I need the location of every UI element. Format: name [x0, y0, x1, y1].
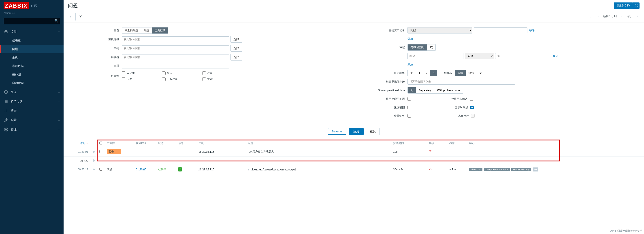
- sev-info-checkbox[interactable]: 信息: [122, 77, 155, 81]
- inventory-add-link[interactable]: 添加: [408, 37, 413, 41]
- view-history-button[interactable]: 历史记录: [152, 27, 168, 33]
- tag-badge[interactable]: scope: security: [511, 168, 531, 171]
- ack-link[interactable]: 不: [429, 150, 432, 153]
- col-host[interactable]: 主机: [196, 139, 246, 147]
- nav-admin[interactable]: 管理 ⌄: [0, 125, 64, 134]
- reset-button[interactable]: 重设: [366, 128, 380, 135]
- nav-maps[interactable]: 拓扑图: [0, 70, 64, 79]
- nav-inventory[interactable]: 资产记录 ⌄: [0, 97, 64, 106]
- nav-reports[interactable]: 报表 ⌄: [0, 106, 64, 116]
- main-content: 问题 导出到CSV ‹ ⌄ › 还剩 1 小时 ‹ 缩小 ›: [64, 0, 644, 234]
- more-tags-icon[interactable]: •••: [533, 167, 538, 171]
- filter-unack-label: 仅显示未确认: [451, 97, 468, 101]
- showtags-3-button[interactable]: 3: [430, 70, 437, 76]
- col-severity[interactable]: 严重性: [104, 139, 134, 147]
- time-expand-icon[interactable]: ⌄: [588, 14, 594, 19]
- prev-tab-icon[interactable]: ‹: [68, 14, 73, 19]
- hostgroup-select-button[interactable]: 选择: [230, 36, 242, 43]
- trigger-input[interactable]: [122, 54, 229, 60]
- collapse-icon[interactable]: «: [31, 4, 32, 7]
- host-select-button[interactable]: 选择: [230, 45, 242, 52]
- sev-warning-checkbox[interactable]: 警告: [162, 71, 196, 75]
- col-problem[interactable]: 问题: [246, 139, 391, 147]
- sev-high-checkbox[interactable]: 严重: [202, 71, 236, 75]
- opdata-with-button[interactable]: With problem name: [434, 87, 463, 93]
- select-all-checkbox[interactable]: [99, 141, 102, 144]
- tagpriority-input[interactable]: [408, 79, 515, 85]
- sev-average-checkbox[interactable]: 一般严重: [162, 77, 196, 81]
- tag-name-input[interactable]: [408, 53, 464, 59]
- nav-config[interactable]: 配置 ⌄: [0, 116, 64, 125]
- nav-dashboards[interactable]: 仪表板: [0, 36, 64, 45]
- showtags-2-button[interactable]: 2: [423, 70, 430, 76]
- showtags-1-button[interactable]: 1: [416, 70, 423, 76]
- nav-discovery[interactable]: 自动发现: [0, 79, 64, 87]
- inventory-value-input[interactable]: [474, 27, 528, 33]
- nav-hosts[interactable]: 主机: [0, 53, 64, 62]
- row-time[interactable]: 00:55:17: [64, 165, 90, 174]
- sev-disaster-checkbox[interactable]: 灾难: [202, 77, 236, 81]
- nav-services[interactable]: 服务 ⌄: [0, 87, 64, 97]
- fullscreen-button[interactable]: [633, 2, 640, 9]
- host-link[interactable]: 16.32.15.115: [198, 150, 214, 153]
- tagname-none-button[interactable]: 无: [477, 70, 485, 76]
- export-csv-button[interactable]: 导出到CSV: [614, 2, 633, 9]
- col-time[interactable]: 时间 ▼: [64, 139, 90, 147]
- trigger-select-button[interactable]: 选择: [230, 54, 242, 61]
- hostgroup-input[interactable]: [122, 36, 229, 42]
- info-badge-icon[interactable]: i: [178, 167, 182, 171]
- tag-badge[interactable]: class: os: [469, 168, 482, 171]
- suppressed-checkbox[interactable]: [408, 97, 411, 101]
- filter-details-label: 查看细节: [358, 114, 408, 118]
- tag-andor-button[interactable]: 与/或 (默认): [408, 44, 428, 50]
- save-as-button[interactable]: Save as: [328, 128, 346, 135]
- tag-remove-link[interactable]: 移除: [553, 54, 558, 58]
- details-checkbox[interactable]: [408, 114, 411, 118]
- filter-tab[interactable]: [76, 13, 86, 20]
- row-time[interactable]: 01:31:01: [64, 147, 90, 156]
- tagname-full-button[interactable]: 填满: [455, 70, 466, 76]
- host-link[interactable]: 16.32.15.115: [198, 168, 214, 171]
- time-forward-icon[interactable]: ›: [635, 14, 640, 19]
- tag-add-link[interactable]: 添加: [408, 63, 413, 67]
- row-checkbox[interactable]: [99, 168, 102, 171]
- unack-checkbox[interactable]: [470, 97, 473, 101]
- ack-link[interactable]: 不: [429, 168, 432, 171]
- nav-latest-data[interactable]: 最新数据: [0, 62, 64, 70]
- problem-link[interactable]: root用户存在异地登入: [248, 150, 274, 153]
- inventory-type-select[interactable]: 类型: [408, 27, 472, 33]
- col-status[interactable]: 状态: [156, 139, 176, 147]
- popout-icon[interactable]: ⇱: [34, 4, 37, 7]
- tagname-short-button[interactable]: 缩短: [466, 70, 477, 76]
- highlight-checkbox[interactable]: [471, 114, 474, 118]
- inventory-remove-link[interactable]: 移除: [529, 29, 534, 32]
- problem-input[interactable]: [122, 63, 229, 69]
- view-recent-button[interactable]: 最近的问题: [122, 27, 141, 33]
- nav-monitoring[interactable]: 监测 ⌃: [0, 27, 64, 36]
- sev-notclassified-checkbox[interactable]: 未分类: [122, 71, 155, 75]
- time-prev-icon[interactable]: ‹: [620, 14, 624, 19]
- opdata-sep-button[interactable]: Separately: [416, 87, 434, 93]
- time-next-icon[interactable]: ›: [596, 14, 600, 19]
- problem-link[interactable]: Linux: /etc/passwd has been changed: [250, 168, 296, 171]
- view-problems-button[interactable]: 问题: [141, 27, 152, 33]
- compact-checkbox[interactable]: [408, 106, 411, 109]
- opdata-none-button[interactable]: 无: [408, 87, 416, 93]
- nav-problems[interactable]: 问题: [0, 45, 64, 53]
- apply-button[interactable]: 应用: [349, 128, 364, 135]
- search-icon[interactable]: 🔍: [54, 19, 58, 22]
- zoom-out-button[interactable]: 缩小: [626, 14, 633, 18]
- col-recovery[interactable]: 恢复时间: [134, 139, 156, 147]
- action-count-icon[interactable]: →1•••: [449, 168, 456, 171]
- tag-op-select[interactable]: 包含: [465, 53, 494, 59]
- row-checkbox[interactable]: [99, 150, 102, 153]
- showtags-none-button[interactable]: 无: [408, 70, 416, 76]
- table-header-row: 时间 ▼ 严重性 恢复时间 状态 信息 主机 问题 持续时间 确认 动作 标记: [64, 139, 644, 147]
- host-input[interactable]: [122, 45, 229, 51]
- sidebar-search-input[interactable]: [4, 18, 60, 24]
- timeline-checkbox[interactable]: [470, 106, 474, 109]
- recovery-time-link[interactable]: 01:26:05: [136, 168, 146, 171]
- tag-value-input[interactable]: [495, 53, 551, 59]
- tag-or-button[interactable]: 或: [428, 44, 436, 50]
- tag-badge[interactable]: component: security: [484, 168, 510, 171]
